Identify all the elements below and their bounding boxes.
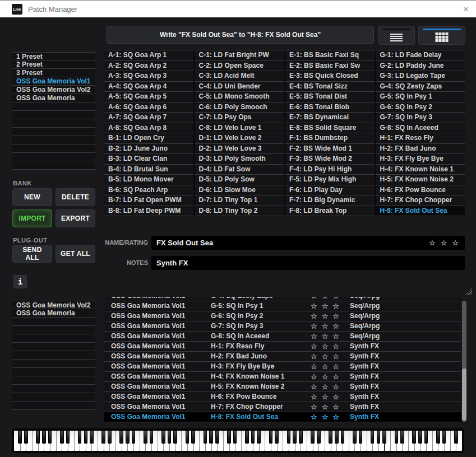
piano-key-black[interactable] xyxy=(36,431,40,444)
rating-star[interactable]: ☆ xyxy=(332,393,339,400)
rating-star[interactable]: ☆ xyxy=(332,413,339,421)
piano-key-black[interactable] xyxy=(132,431,136,444)
piano-key-black[interactable] xyxy=(341,431,345,444)
patch-cell[interactable]: H-6: FX Pow Bounce xyxy=(376,185,465,196)
piano-key-black[interactable] xyxy=(108,431,112,444)
rating-star[interactable]: ☆ xyxy=(332,383,339,390)
patch-cell[interactable]: D-8: LD Tiny Top 2 xyxy=(195,206,284,217)
rating-star[interactable]: ☆ xyxy=(332,302,339,310)
rating-star[interactable]: ☆ xyxy=(322,297,329,300)
patch-cell[interactable]: B-3: LD Clear Clan xyxy=(104,154,193,165)
patch-table-row[interactable]: OSS Goa Memoria Vol1H-8: FX Sold Out Sea… xyxy=(104,412,461,422)
patch-cell[interactable]: F-1: BS Dumbstep xyxy=(285,133,375,144)
piano-key-black[interactable] xyxy=(186,431,190,444)
write-patch-button[interactable]: Write "FX Sold Out Sea" to "H-8: FX Sold… xyxy=(107,26,374,44)
piano-key-black[interactable] xyxy=(371,431,375,444)
delete-bank-button[interactable]: DELETE xyxy=(56,188,95,206)
piano-key-black[interactable] xyxy=(60,431,64,444)
new-bank-button[interactable]: NEW xyxy=(12,188,52,206)
rating-star[interactable]: ☆ xyxy=(322,363,329,370)
patch-cell[interactable]: A-4: SQ Goa Arp 4 xyxy=(104,82,193,92)
patch-cell[interactable]: B-4: LD Brutal Sun xyxy=(104,165,193,175)
get-all-button[interactable]: GET ALL xyxy=(56,245,95,263)
rating-star[interactable]: ☆ xyxy=(332,403,339,411)
piano-key-black[interactable] xyxy=(204,431,207,444)
patch-cell[interactable]: B-1: LD Open Cry xyxy=(104,133,193,144)
rating-star[interactable]: ☆ xyxy=(311,302,317,310)
rating-star[interactable]: ☆ xyxy=(332,297,339,300)
piano-key-black[interactable] xyxy=(424,431,428,444)
patch-cell[interactable]: B-7: LD Fat Open PWM xyxy=(104,195,193,206)
patch-cell[interactable]: F-2: BS Wide Mod 1 xyxy=(285,144,375,155)
patch-cell[interactable]: D-7: LD Tiny Top 1 xyxy=(195,195,284,206)
rating-star[interactable]: ☆ xyxy=(311,353,317,360)
patch-table-row[interactable]: OSS Goa Memoria Vol1H-2: FX Bad Juno☆☆☆S… xyxy=(104,352,461,362)
piano-key-black[interactable] xyxy=(245,431,249,444)
piano-key-black[interactable] xyxy=(251,431,255,444)
notes-field[interactable]: Synth FX xyxy=(151,256,465,270)
piano-key-black[interactable] xyxy=(24,431,28,444)
patch-cell[interactable]: H-8: FX Sold Out Sea xyxy=(376,206,465,217)
rating-star[interactable]: ☆ xyxy=(311,343,317,350)
rating-star[interactable]: ☆ xyxy=(322,403,329,411)
rating-star[interactable]: ☆ xyxy=(311,363,317,370)
patch-cell[interactable]: E-1: BS Basic Faxi Sq xyxy=(285,50,375,61)
patch-cell[interactable]: E-5: BS Tonal Dist xyxy=(285,92,375,102)
patch-cell[interactable]: H-1: FX Reso Fly xyxy=(376,133,465,144)
piano-key-black[interactable] xyxy=(150,431,154,444)
piano-key-black[interactable] xyxy=(329,431,332,444)
patch-cell[interactable]: B-8: LD Fat Deep PWM xyxy=(104,206,193,217)
rating-star[interactable]: ☆ xyxy=(322,323,329,330)
bank-list-item[interactable]: OSS Goa Memoria Vol2 xyxy=(12,301,95,309)
patch-cell[interactable]: F-7: LD Big Dynamic xyxy=(285,195,375,206)
patch-cell[interactable]: D-6: LD Slow Moe xyxy=(195,185,284,196)
piano-key-black[interactable] xyxy=(395,431,399,444)
patch-cell[interactable]: G-1: LD Fade Delay xyxy=(376,50,465,61)
piano-key-black[interactable] xyxy=(18,431,22,444)
piano-key-black[interactable] xyxy=(144,431,147,444)
piano-key-black[interactable] xyxy=(173,431,177,444)
table-scrollbar-thumb[interactable] xyxy=(462,369,466,421)
bank-list-item[interactable]: OSS Goa Memoria Vol1 xyxy=(12,77,95,86)
piano-key-black[interactable] xyxy=(66,431,70,444)
patch-table-row[interactable]: OSS Goa Memoria Vol1G-4: SQ Zesty Zaps☆☆… xyxy=(104,297,461,301)
piano-key-black[interactable] xyxy=(161,431,165,444)
piano-key-black[interactable] xyxy=(90,431,94,444)
patch-table-row[interactable]: OSS Goa Memoria Vol1H-6: FX Pow Bounce☆☆… xyxy=(104,392,461,402)
export-bank-button[interactable]: EXPORT xyxy=(56,209,95,227)
piano-key-black[interactable] xyxy=(353,431,357,444)
piano-key-black[interactable] xyxy=(269,431,273,444)
patch-cell[interactable]: E-6: BS Tonal Blob xyxy=(285,102,375,113)
patch-cell[interactable]: A-3: SQ Goa Arp 3 xyxy=(104,71,193,82)
send-all-button[interactable]: SEND ALL xyxy=(12,245,52,263)
patch-cell[interactable]: H-2: FX Bad Juno xyxy=(376,144,465,155)
rating-star[interactable]: ☆ xyxy=(441,239,447,246)
piano-key-black[interactable] xyxy=(382,431,386,444)
rating-star[interactable]: ☆ xyxy=(322,373,329,380)
bank-list-item[interactable]: 2 Preset xyxy=(12,60,95,69)
patch-cell[interactable]: C-5: LD Mono Smooth xyxy=(195,92,284,102)
patch-cell[interactable]: H-7: FX Chop Chopper xyxy=(376,195,465,206)
patch-cell[interactable]: E-4: BS Tonal Sizz xyxy=(285,82,375,92)
rating-star[interactable]: ☆ xyxy=(332,353,339,360)
patch-cell[interactable]: G-6: SQ In Psy 2 xyxy=(376,102,465,113)
patch-cell[interactable]: D-2: LD Velo Love 3 xyxy=(195,144,284,155)
patch-cell[interactable]: C-1: LD Fat Bright PW xyxy=(195,50,284,61)
patch-cell[interactable]: D-1: LD Velo Love 2 xyxy=(195,133,284,144)
piano-key-black[interactable] xyxy=(335,431,339,444)
patch-cell[interactable]: A-6: SQ Goa Arp 6 xyxy=(104,102,193,113)
rating-star[interactable]: ☆ xyxy=(322,343,329,350)
info-button[interactable]: i xyxy=(13,275,27,288)
patch-cell[interactable]: G-8: SQ In Aceeed xyxy=(376,123,465,134)
rating-star[interactable]: ☆ xyxy=(322,333,329,340)
rating-star[interactable]: ☆ xyxy=(322,393,329,400)
patch-cell[interactable]: G-5: SQ In Psy 1 xyxy=(376,92,465,102)
patch-cell[interactable]: A-2: SQ Goa Arp 2 xyxy=(104,61,193,72)
patch-cell[interactable]: F-6: LD Play Day xyxy=(285,185,375,196)
piano-key-black[interactable] xyxy=(287,431,291,444)
patch-cell[interactable]: A-8: SQ Goa Arp 8 xyxy=(104,123,193,134)
pane-resize-handle[interactable] xyxy=(464,287,472,295)
patch-cell[interactable]: F-4: LD Psy Hi High xyxy=(285,165,375,175)
patch-cell[interactable]: C-3: LD Acid Melt xyxy=(195,71,284,82)
list-view-button[interactable] xyxy=(378,26,415,45)
